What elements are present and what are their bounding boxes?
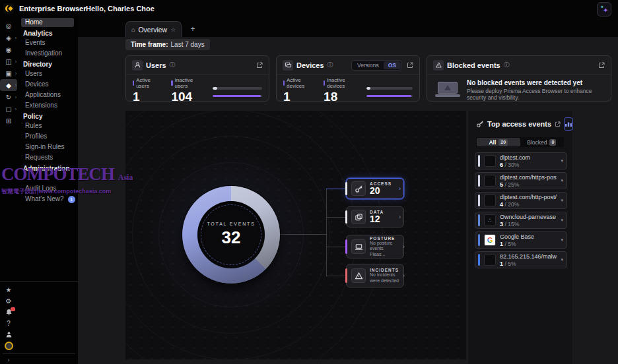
sidebar-item-requests[interactable]: Requests [17, 152, 78, 163]
nav-section-administration: Administration [17, 164, 78, 173]
incidents-node-card[interactable]: INCIDENTS No incidents were detected › [346, 264, 404, 288]
rail-analytics-icon[interactable]: ◈› [0, 32, 17, 44]
chevron-down-icon[interactable]: ▾ [561, 237, 563, 243]
panel-tabs: All 20 Blocked 0 [476, 137, 564, 147]
tab-overview[interactable]: ⌂ Overview ☆ [125, 21, 182, 37]
access-event-row[interactable]: 82.165.215.146/malwarez/M... 1 / 5% ▾ [475, 251, 567, 268]
access-event-row[interactable]: dlptest.com 6 / 30% ▾ [475, 152, 567, 169]
sidebar-item-audit-logs[interactable]: Audit Logs [17, 183, 78, 194]
rail-dashboard-icon[interactable]: ◎ [0, 20, 17, 32]
warning-icon [433, 60, 444, 71]
sidebar-item-extensions[interactable]: Extensions [17, 100, 78, 111]
rail-sync-icon[interactable]: ↻› [0, 91, 17, 103]
notifications-bell-icon[interactable] [0, 307, 17, 318]
nav-section-analytics: Analytics [17, 29, 78, 38]
sidebar-item-events[interactable]: Events [17, 38, 78, 48]
sidebar-item-profiles[interactable]: Profiles [17, 131, 78, 142]
sidebar-item-obscured[interactable] [17, 173, 78, 183]
ai-assistant-button[interactable]: ✦ ✦ [597, 2, 611, 16]
chevron-down-icon[interactable]: ▾ [561, 158, 563, 164]
chevron-right-icon[interactable]: › [403, 243, 405, 250]
rail-security-icon[interactable]: ◆› [0, 79, 17, 91]
sidebar-item-home[interactable]: Home [21, 18, 74, 27]
connector-trunk [326, 189, 327, 276]
chevron-down-icon[interactable]: ▾ [561, 218, 563, 223]
nav-section-policy: Policy [17, 112, 78, 121]
info-icon[interactable]: ⓘ [170, 61, 176, 69]
chevron-right-icon[interactable]: › [399, 185, 401, 192]
chart-view-toggle-button[interactable] [564, 117, 573, 131]
settings-gear-icon[interactable]: ⚙ [0, 295, 17, 307]
sidebar-item-investigation[interactable]: Investigation [17, 48, 78, 59]
sparkle-icon: ✦ [603, 7, 608, 14]
home-icon: ⌂ [131, 26, 135, 33]
users-bars [213, 87, 262, 97]
rail-extensions-icon[interactable]: ▢› [0, 103, 17, 115]
sidebar-item-whats-new[interactable]: What's New? 1 [17, 194, 78, 204]
new-tab-button[interactable]: + [188, 24, 198, 34]
favorites-star-icon[interactable]: ★ [0, 284, 17, 295]
rail-investigation-icon[interactable]: ◉ [0, 44, 17, 55]
info-icon[interactable]: ⓘ [504, 61, 510, 69]
site-favicon [484, 175, 496, 187]
sidebar-item-signin-rules[interactable]: Sign-in Rules [17, 142, 78, 152]
google-favicon: G [484, 234, 496, 246]
access-node-card[interactable]: ACCESS 20 › [346, 178, 404, 199]
pin-tab-icon[interactable]: ☆ [170, 26, 176, 33]
chevron-down-icon[interactable]: ▾ [561, 178, 563, 183]
icon-rail: ◎ ◈› ◉ ◫› ▣› ◆› ↻› ▢› ⊞ [0, 20, 17, 127]
incidents-warning-icon [351, 268, 366, 283]
posture-laptop-icon [351, 239, 366, 254]
top-header: Hello, Charles Choe ✦ ✦ [78, 0, 618, 17]
account-person-icon[interactable] [0, 329, 17, 340]
access-event-row[interactable]: G Google Base 1 / 5% ▾ [475, 231, 567, 249]
rail-directory-icon[interactable]: ◫› [0, 55, 17, 67]
chevron-down-icon[interactable]: ▾ [561, 198, 563, 203]
sidebar-item-rules[interactable]: Rules [17, 121, 78, 131]
users-card: Users ⓘ Active users 1 Inactive users 10… [125, 55, 269, 102]
inactive-devices-stat: Inactive devices 18 [324, 77, 352, 104]
devices-view-toggle: Versions OS [351, 60, 402, 71]
data-node-card[interactable]: DATA 12 › [346, 206, 404, 228]
access-event-row[interactable]: ∴ Owncloud-parnevase 3 / 15% ▾ [475, 212, 567, 229]
external-link-icon[interactable] [256, 62, 263, 69]
chevron-right-icon[interactable]: › [399, 214, 401, 220]
help-icon[interactable]: ? [0, 318, 17, 329]
connector-posture [326, 247, 346, 247]
total-events-donut: TOTAL EVENTS 32 [182, 186, 280, 284]
sidebar-nav: Home Analytics Events Investigation Dire… [17, 18, 78, 204]
user-avatar[interactable] [0, 340, 17, 351]
tab-bar: ⌂ Overview ☆ + [78, 17, 618, 37]
tab-all[interactable]: All 20 [477, 138, 520, 146]
active-users-stat: Active users 1 [133, 77, 156, 104]
sidebar-item-users[interactable]: Users [17, 69, 78, 79]
timeframe-chip[interactable]: Time frame: Last 7 days [125, 39, 210, 50]
rail-devices-icon[interactable]: ▣› [0, 67, 17, 79]
panel-title: Top access events [487, 120, 551, 128]
site-favicon [484, 195, 496, 206]
blocked-subtext: Please deploy Prisma Access Browser to e… [467, 88, 603, 101]
access-event-row[interactable]: dlptest.com/http-post/ 4 / 20% ▾ [475, 192, 567, 209]
brand-logo-icon [3, 3, 14, 14]
chevron-right-icon[interactable]: › [403, 272, 405, 279]
toggle-os[interactable]: OS [384, 61, 401, 69]
external-link-icon[interactable] [407, 62, 413, 69]
key-icon [476, 120, 484, 128]
users-icon [132, 60, 143, 71]
access-events-list: dlptest.com 6 / 30% ▾ dlptest.com/https-… [475, 152, 567, 268]
chevron-down-icon[interactable]: ▾ [561, 257, 563, 262]
external-link-icon[interactable] [598, 62, 605, 69]
toggle-versions[interactable]: Versions [353, 61, 384, 69]
active-devices-stat: Active devices 1 [283, 77, 309, 104]
info-icon[interactable]: ⓘ [327, 61, 333, 69]
posture-node-card[interactable]: POSTURE No posture events. Pleas... › [346, 235, 404, 258]
external-link-icon[interactable] [555, 121, 561, 127]
tab-blocked[interactable]: Blocked 0 [520, 138, 564, 146]
rail-apps-icon[interactable]: ⊞ [0, 115, 17, 127]
access-event-row[interactable]: dlptest.com/https-post/ 5 / 25% ▾ [475, 172, 567, 189]
sidebar-item-applications[interactable]: Applications [17, 90, 78, 100]
donut-total: 32 [222, 228, 241, 248]
blocked-count-badge: 0 [549, 139, 556, 146]
collapse-sidebar-button[interactable]: › [0, 355, 17, 364]
sidebar-item-devices[interactable]: Devices [17, 79, 78, 90]
